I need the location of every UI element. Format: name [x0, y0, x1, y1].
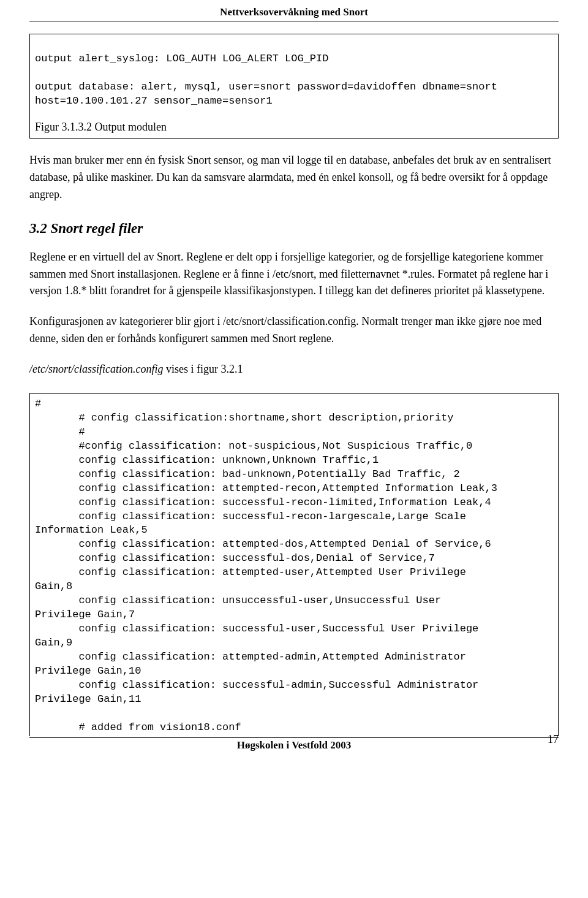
code-line: host=10.100.101.27 sensor_name=sensor1 [35, 95, 273, 107]
paragraph-text: vises i figur 3.2.1 [163, 363, 243, 375]
code-line: output database: alert, mysql, user=snor… [35, 81, 497, 93]
paragraph: /etc/snort/classification.config vises i… [29, 361, 559, 378]
section-heading: 3.2 Snort regel filer [29, 221, 559, 237]
code-box-classification: # # config classification:shortname,shor… [29, 393, 559, 736]
figure-caption: Figur 3.1.3.2 Output modulen [35, 120, 553, 134]
paragraph: Hvis man bruker mer enn én fysisk Snort … [29, 152, 559, 204]
page-footer: Høgskolen i Vestfold 2003 17 [29, 737, 559, 756]
code-line: output alert_syslog: LOG_AUTH LOG_ALERT … [35, 53, 328, 64]
italic-path: /etc/snort/classification.config [29, 363, 163, 375]
code-box-output: output alert_syslog: LOG_AUTH LOG_ALERT … [29, 34, 559, 139]
footer-center-text: Høgskolen i Vestfold 2003 [29, 739, 559, 752]
paragraph: Konfigurasjonen av kategorierer blir gjo… [29, 313, 559, 348]
page-number: 17 [548, 733, 559, 746]
page-header: Nettverksovervåkning med Snort [29, 6, 559, 21]
paragraph: Reglene er en virtuell del av Snort. Reg… [29, 249, 559, 300]
